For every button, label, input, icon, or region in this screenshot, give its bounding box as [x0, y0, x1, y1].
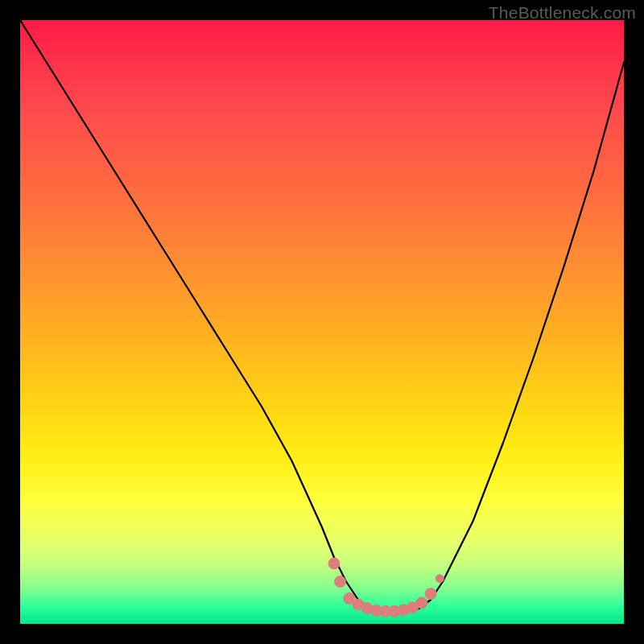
curve-marker — [416, 597, 427, 609]
bottleneck-curve — [20, 20, 624, 612]
chart-svg — [20, 20, 624, 624]
curve-markers — [328, 558, 444, 617]
chart-frame: TheBottleneck.com — [0, 0, 644, 644]
chart-plot-area — [20, 20, 624, 624]
curve-marker — [436, 575, 444, 583]
watermark-text: TheBottleneck.com — [489, 3, 636, 23]
curve-marker — [328, 558, 340, 569]
curve-marker — [425, 588, 436, 600]
curve-marker — [335, 576, 346, 588]
